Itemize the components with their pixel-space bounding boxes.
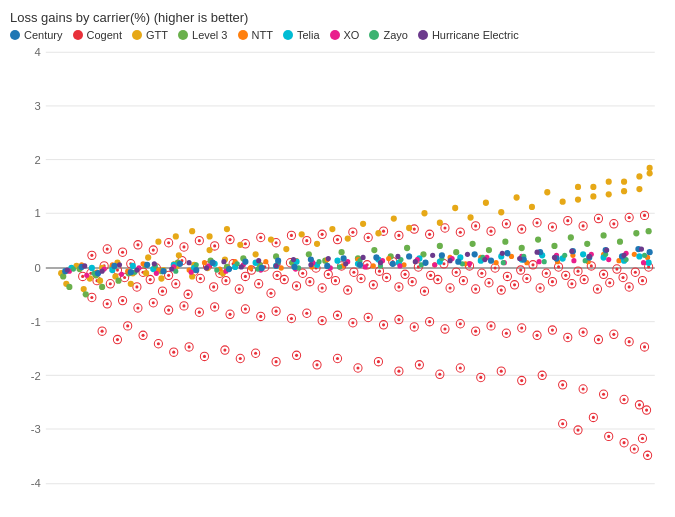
svg-point-412 [623, 398, 626, 401]
svg-point-703 [204, 265, 209, 270]
svg-point-481 [606, 191, 612, 197]
svg-point-388 [157, 342, 160, 345]
svg-point-594 [646, 260, 652, 266]
svg-point-680 [422, 260, 428, 266]
svg-point-392 [223, 349, 226, 352]
svg-point-600 [154, 271, 159, 276]
svg-point-677 [373, 254, 379, 260]
svg-point-259 [327, 273, 330, 276]
svg-point-386 [126, 324, 129, 327]
svg-point-629 [71, 266, 76, 271]
svg-point-418 [607, 435, 610, 438]
svg-point-373 [489, 324, 492, 327]
svg-point-293 [545, 272, 548, 275]
svg-point-624 [571, 258, 576, 263]
svg-point-419 [623, 441, 626, 444]
svg-point-336 [489, 230, 492, 233]
svg-point-701 [169, 266, 174, 271]
svg-point-384 [101, 330, 104, 333]
svg-point-287 [506, 275, 509, 278]
svg-point-622 [537, 259, 542, 264]
legend-dot [73, 30, 83, 40]
svg-point-341 [566, 219, 569, 222]
svg-point-354 [198, 311, 201, 314]
svg-point-535 [202, 260, 207, 265]
svg-point-443 [360, 221, 366, 227]
svg-point-704 [221, 259, 226, 264]
svg-point-282 [474, 287, 477, 290]
svg-point-280 [462, 279, 465, 282]
legend-label: NTT [252, 29, 273, 41]
svg-point-330 [397, 234, 400, 237]
svg-point-251 [276, 274, 279, 277]
svg-point-414 [645, 408, 648, 411]
svg-point-274 [423, 290, 426, 293]
svg-point-480 [590, 184, 596, 190]
svg-point-381 [612, 333, 615, 336]
legend-dot [238, 30, 248, 40]
svg-point-675 [341, 255, 347, 261]
svg-point-256 [308, 280, 311, 283]
svg-point-699 [134, 267, 139, 272]
svg-point-476 [189, 228, 195, 234]
svg-point-525 [115, 277, 121, 283]
svg-point-502 [339, 249, 345, 255]
svg-point-447 [421, 210, 427, 216]
svg-point-681 [439, 252, 445, 258]
svg-point-396 [295, 354, 298, 357]
svg-point-516 [568, 234, 574, 240]
svg-point-509 [453, 249, 459, 255]
svg-point-235 [174, 282, 177, 285]
svg-point-289 [519, 269, 522, 272]
svg-point-382 [628, 340, 631, 343]
svg-point-276 [436, 278, 439, 281]
svg-point-484 [647, 165, 653, 171]
svg-point-665 [177, 261, 183, 267]
svg-point-460 [621, 188, 627, 194]
svg-point-397 [315, 363, 318, 366]
svg-point-702 [187, 260, 192, 265]
svg-point-377 [551, 329, 554, 332]
chart-title: Loss gains by carrier(%) (higher is bett… [10, 10, 665, 25]
svg-point-351 [152, 301, 155, 304]
svg-point-308 [641, 279, 644, 282]
legend-item: Level 3 [178, 29, 227, 41]
svg-point-454 [529, 204, 535, 210]
svg-point-719 [482, 257, 487, 262]
svg-point-450 [467, 214, 473, 220]
svg-point-389 [172, 351, 175, 354]
svg-point-508 [437, 243, 443, 249]
svg-point-237 [187, 293, 190, 296]
svg-point-226 [116, 269, 119, 272]
legend-label: Level 3 [192, 29, 227, 41]
svg-point-345 [628, 216, 631, 219]
svg-point-598 [119, 272, 124, 277]
legend-item: Hurricane Electric [418, 29, 519, 41]
svg-point-626 [606, 257, 611, 262]
scatter-plot: 4 3 2 1 0 -1 -2 -3 -4 [10, 47, 665, 489]
svg-point-712 [361, 255, 366, 260]
svg-point-229 [135, 285, 138, 288]
svg-point-416 [576, 428, 579, 431]
svg-point-285 [494, 266, 497, 269]
legend-item: GTT [132, 29, 168, 41]
svg-point-479 [575, 196, 581, 202]
svg-point-246 [244, 275, 247, 278]
svg-point-411 [602, 393, 605, 396]
svg-point-408 [541, 374, 544, 377]
svg-point-436 [253, 251, 259, 257]
svg-point-356 [229, 313, 232, 316]
svg-point-350 [136, 306, 139, 309]
svg-point-393 [239, 357, 242, 360]
svg-point-725 [587, 254, 592, 259]
svg-point-705 [239, 264, 244, 269]
svg-point-383 [643, 345, 646, 348]
svg-point-325 [321, 233, 324, 236]
svg-point-700 [152, 261, 157, 266]
svg-point-695 [65, 267, 70, 272]
svg-point-349 [121, 299, 124, 302]
svg-point-709 [308, 262, 313, 267]
svg-point-618 [467, 261, 472, 266]
svg-point-727 [622, 253, 627, 258]
svg-point-457 [575, 184, 581, 190]
